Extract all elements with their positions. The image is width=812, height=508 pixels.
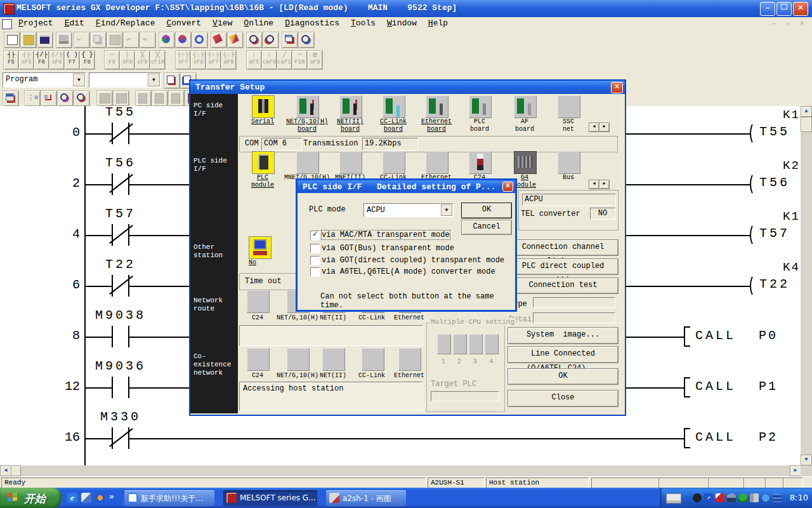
nc-contact[interactable] bbox=[112, 123, 129, 144]
pc-item-label[interactable]: Serial bbox=[239, 118, 287, 126]
plc-bus-icon[interactable] bbox=[558, 151, 580, 174]
restore-button[interactable] bbox=[776, 2, 792, 16]
pc-ethernet-board-icon[interactable] bbox=[426, 95, 449, 118]
write-mode-button[interactable] bbox=[211, 32, 227, 48]
pc-item-label[interactable]: Ethernet bbox=[412, 118, 461, 126]
pc-af-board-icon[interactable] bbox=[514, 95, 537, 118]
chevron-down-icon[interactable]: ▼ bbox=[148, 74, 160, 86]
cancel-button[interactable]: Cancel bbox=[461, 220, 512, 235]
pc-serial-icon[interactable] bbox=[252, 95, 275, 118]
coil-device-label[interactable]: T22 bbox=[759, 277, 790, 291]
media-player-icon[interactable] bbox=[95, 493, 105, 503]
menu-edit[interactable]: Edit bbox=[59, 17, 90, 29]
menu-tools[interactable]: Tools bbox=[345, 17, 381, 29]
nc-contact[interactable] bbox=[112, 224, 129, 246]
pc-item-label[interactable]: CC-Link bbox=[369, 118, 417, 126]
vertical-scroll-thumb[interactable] bbox=[801, 117, 812, 132]
pc-item-label[interactable]: NET(II) bbox=[326, 118, 374, 126]
ie-quicklaunch-icon[interactable]: e bbox=[67, 493, 77, 503]
ladder-logic-button[interactable] bbox=[3, 90, 19, 107]
pc-item-label[interactable]: PLC bbox=[455, 118, 504, 126]
network-globe-icon[interactable] bbox=[761, 493, 770, 502]
instruction-label[interactable]: CALL bbox=[695, 328, 736, 343]
plc-item-label[interactable]: Bus bbox=[544, 174, 593, 182]
read-mode-button[interactable]: ⋮≡ bbox=[24, 90, 41, 107]
nc-contact[interactable] bbox=[112, 173, 129, 195]
tray-arrow-icon[interactable]: ↗ bbox=[704, 493, 713, 502]
mdi-child-icon[interactable] bbox=[2, 19, 12, 29]
pc-netg10h-board-icon[interactable] bbox=[296, 95, 319, 118]
open-button[interactable] bbox=[20, 32, 37, 48]
chevron-down-icon[interactable]: ▼ bbox=[73, 74, 85, 86]
plc-mnetg10h-icon[interactable] bbox=[296, 151, 319, 174]
volume-icon[interactable] bbox=[750, 493, 759, 502]
close-button[interactable]: × bbox=[793, 2, 808, 16]
save-button[interactable] bbox=[37, 32, 53, 48]
start-button[interactable]: 开始 bbox=[0, 488, 62, 508]
chevron-down-icon[interactable]: ▼ bbox=[441, 204, 452, 216]
pc-netii-board-icon[interactable] bbox=[339, 95, 362, 118]
menu-find-replace[interactable]: Find/Replace bbox=[90, 17, 161, 29]
pc-scroll-right-icon[interactable]: ► bbox=[599, 123, 610, 132]
other-station-no-label[interactable]: No bbox=[249, 259, 270, 267]
pc-ssc-net-icon[interactable] bbox=[558, 95, 580, 118]
key-closed-contact[interactable]: ┤/├F6 bbox=[34, 50, 49, 70]
checkbox-got-bus[interactable] bbox=[310, 244, 320, 253]
mdi-child-window-buttons[interactable]: – ▫ × bbox=[771, 20, 807, 29]
nc-contact[interactable] bbox=[112, 427, 129, 449]
system-image-button[interactable]: System image... bbox=[508, 327, 619, 344]
paste-button[interactable] bbox=[107, 32, 123, 48]
umbrella-antivirus-icon[interactable] bbox=[738, 493, 747, 502]
coexist-c24-icon[interactable] bbox=[247, 348, 270, 371]
other-station-no-icon[interactable] bbox=[249, 236, 272, 259]
vertical-scrollbar[interactable]: ▲ ▼ bbox=[801, 106, 812, 465]
checkbox-mac-mta[interactable]: ✓ bbox=[310, 231, 320, 240]
no-contact[interactable] bbox=[112, 377, 129, 398]
horizontal-scrollbar[interactable]: ◄ ► bbox=[0, 465, 801, 476]
app-titlebar[interactable]: MELSOFT series GX Developer F:\SST\lappi… bbox=[0, 0, 812, 17]
pc-item-label[interactable]: AF bbox=[501, 118, 549, 126]
horizontal-scroll-thumb[interactable] bbox=[11, 465, 21, 476]
coil-device-label[interactable]: T55 bbox=[759, 124, 790, 139]
line-connected-button[interactable]: Line Connected (Q/A6TEL,C24)... bbox=[508, 346, 619, 363]
menu-convert[interactable]: Convert bbox=[160, 17, 207, 29]
checkbox-got-direct-label[interactable]: via GOT(direct coupled) transparent mode bbox=[322, 256, 504, 265]
close-icon[interactable]: × bbox=[502, 182, 513, 192]
key-coil[interactable]: ( )F7 bbox=[64, 50, 80, 70]
coil-device-label[interactable]: T56 bbox=[759, 175, 790, 190]
plc-ethernet-icon[interactable] bbox=[426, 151, 449, 174]
project-data-list-button[interactable] bbox=[282, 32, 298, 48]
tray-app-icon[interactable] bbox=[693, 493, 702, 502]
scroll-right-icon[interactable]: ► bbox=[790, 465, 801, 476]
connection-test-button[interactable]: Connection test bbox=[508, 277, 619, 294]
menu-help[interactable]: Help bbox=[422, 17, 454, 29]
monitor-button[interactable] bbox=[298, 32, 315, 48]
plc-c24-icon[interactable] bbox=[469, 151, 492, 174]
coexist-netg10h-icon[interactable] bbox=[287, 348, 310, 371]
coexist-ethernet-icon[interactable] bbox=[398, 348, 421, 371]
menu-window[interactable]: Window bbox=[381, 17, 422, 29]
plc-g4-module-icon[interactable] bbox=[514, 151, 537, 174]
device-label-select[interactable]: ▼ bbox=[89, 72, 161, 88]
show-desktop-icon[interactable] bbox=[81, 493, 91, 503]
input-method-keyboard-icon[interactable] bbox=[666, 493, 681, 504]
menu-diagnostics[interactable]: Diagnostics bbox=[279, 17, 345, 29]
insert-mode-button[interactable] bbox=[227, 32, 244, 48]
menu-view[interactable]: View bbox=[207, 17, 238, 29]
close-icon[interactable]: × bbox=[611, 82, 623, 93]
redo-button[interactable]: ↷ bbox=[140, 32, 156, 48]
ok-button[interactable]: OK bbox=[461, 203, 512, 218]
flashget-tray-icon[interactable] bbox=[716, 493, 724, 502]
coexist-netii-icon[interactable] bbox=[322, 348, 345, 371]
cut-button[interactable]: ✂ bbox=[74, 32, 90, 48]
task-paint-window[interactable]: a2sh-1 - 画图 bbox=[326, 490, 406, 506]
plc-direct-coupled-setting-button[interactable]: PLC direct coupled setting bbox=[508, 258, 619, 275]
key-application-instruction[interactable]: { }F8 bbox=[79, 50, 95, 70]
key-open-contact[interactable]: ┤├F5 bbox=[3, 50, 19, 70]
plc-mnetii-icon[interactable] bbox=[339, 151, 362, 174]
undo-button[interactable]: ↶ bbox=[123, 32, 140, 48]
checkbox-got-bus-label[interactable]: via GOT(Bus) transparent mode bbox=[322, 244, 454, 253]
instruction-label[interactable]: CALL bbox=[695, 379, 736, 394]
find-string-button[interactable] bbox=[192, 32, 208, 48]
ok-button[interactable]: OK bbox=[508, 368, 619, 385]
